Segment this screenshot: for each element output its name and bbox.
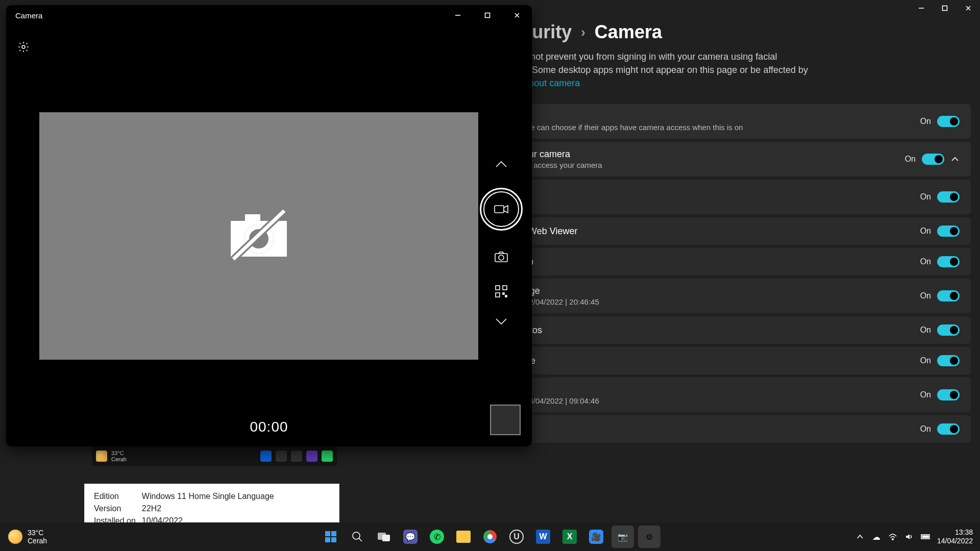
app-toggle-state: On	[920, 291, 931, 300]
taskbar-app-whatsapp[interactable]: ✆	[426, 525, 448, 548]
taskbar-preview-thumb: 33°CCerah	[92, 446, 337, 466]
settings-close-button[interactable]	[957, 0, 980, 16]
mode-up-button[interactable]	[495, 160, 508, 170]
svg-rect-32	[922, 536, 929, 538]
camera-access-toggle[interactable]	[937, 116, 960, 127]
app-toggle[interactable]	[937, 324, 960, 336]
app-name: Skype	[474, 424, 909, 435]
camera-close-button[interactable]	[502, 5, 532, 26]
taskbar-app-chrome[interactable]	[479, 525, 501, 548]
app-name: Settings	[474, 385, 909, 395]
taskbar-app-excel[interactable]: X	[558, 525, 581, 548]
app-toggle[interactable]	[937, 355, 960, 366]
camera-app-title: Camera	[6, 11, 443, 20]
clock-time: 13:38	[937, 528, 973, 537]
svg-rect-9	[245, 214, 260, 221]
start-button[interactable]	[320, 525, 342, 548]
app-subtitle: Last accessed 02/04/2022 | 20:46:45	[474, 297, 909, 306]
svg-rect-28	[382, 535, 390, 541]
taskbar-app-zoom[interactable]: 🎥	[585, 525, 607, 548]
camera-settings-button[interactable]	[17, 41, 30, 55]
taskbar-app-unreal[interactable]: U	[505, 525, 528, 548]
battery-icon[interactable]	[921, 532, 930, 541]
let-apps-toggle[interactable]	[922, 154, 944, 165]
taskbar-weather[interactable]: 33°C Cerah	[0, 529, 122, 545]
settings-maximize-button[interactable]	[933, 0, 957, 16]
taskbar-app-explorer[interactable]	[452, 525, 475, 548]
volume-icon[interactable]	[904, 532, 914, 541]
svg-point-16	[499, 255, 504, 260]
taskbar-app-teams[interactable]: 💬	[399, 525, 422, 548]
onedrive-icon[interactable]: ☁	[872, 532, 881, 541]
app-toggle[interactable]	[937, 389, 960, 400]
taskbar-pinned-apps: 💬 ✆ U W X 🎥 📷 ⚙	[320, 525, 660, 548]
svg-rect-24	[325, 537, 330, 542]
weather-temp: 33°C	[28, 529, 47, 537]
svg-rect-18	[503, 286, 507, 290]
app-name: Camera	[474, 187, 909, 197]
app-subtitle: Currently in use	[474, 198, 909, 207]
svg-rect-19	[496, 293, 500, 297]
app-toggle[interactable]	[937, 191, 960, 203]
camera-access-state: On	[920, 117, 931, 126]
capture-button[interactable]	[480, 188, 523, 231]
app-toggle-state: On	[920, 356, 931, 365]
app-name: Feedback Hub	[474, 257, 909, 267]
svg-rect-20	[503, 293, 504, 294]
weather-icon	[8, 530, 22, 544]
taskbar-app-camera[interactable]: 📷	[611, 525, 634, 548]
app-name: Lenovo Vantage	[474, 286, 909, 296]
app-toggle-state: On	[920, 424, 931, 434]
svg-rect-25	[331, 537, 336, 542]
app-name: Microsoft Store	[474, 356, 909, 366]
app-toggle-state: On	[920, 227, 931, 236]
svg-rect-14	[495, 206, 504, 213]
gallery-thumbnail[interactable]	[490, 405, 521, 435]
let-apps-state: On	[905, 155, 916, 164]
camera-maximize-button[interactable]	[473, 5, 502, 26]
weather-condition: Cerah	[28, 537, 47, 545]
svg-point-29	[892, 539, 894, 540]
app-name: Microsoft Photos	[474, 325, 909, 336]
sysinfo-version-label: Version	[94, 503, 142, 515]
app-subtitle: Last accessed 14/04/2022 | 09:04:46	[474, 396, 909, 405]
record-timer: 00:00	[6, 419, 532, 435]
svg-rect-21	[505, 295, 507, 297]
chevron-up-icon	[950, 155, 960, 164]
taskbar-app-word[interactable]: W	[532, 525, 554, 548]
camera-minimize-button[interactable]	[443, 5, 473, 26]
svg-rect-0	[943, 6, 947, 11]
svg-rect-22	[325, 531, 330, 536]
svg-rect-6	[485, 13, 490, 18]
breadcrumb-leaf: Camera	[595, 21, 662, 43]
app-toggle[interactable]	[937, 226, 960, 237]
wifi-icon[interactable]	[888, 532, 897, 541]
video-icon	[494, 204, 509, 215]
app-toggle[interactable]	[937, 290, 960, 302]
app-toggle-state: On	[920, 192, 931, 202]
taskbar-clock[interactable]: 13:38 14/04/2022	[937, 528, 973, 545]
app-name: Desktop App Web Viewer	[474, 226, 909, 237]
mode-down-button[interactable]	[495, 317, 508, 328]
tray-overflow-button[interactable]	[855, 532, 865, 541]
app-toggle-state: On	[920, 257, 931, 266]
svg-rect-17	[496, 286, 500, 290]
taskbar-app-settings[interactable]: ⚙	[638, 525, 660, 548]
camera-unavailable-icon	[226, 208, 292, 264]
app-toggle[interactable]	[937, 256, 960, 267]
taskbar: 33°C Cerah 💬 ✆ U W X 🎥 📷 ⚙ ☁ 13:38 14/	[0, 522, 980, 551]
clock-date: 14/04/2022	[937, 537, 973, 545]
settings-minimize-button[interactable]	[910, 0, 933, 16]
sysinfo-edition-value: Windows 11 Home Single Language	[142, 490, 280, 503]
qr-mode-button[interactable]	[493, 283, 510, 300]
app-toggle-state: On	[920, 325, 931, 335]
taskbar-taskview-button[interactable]	[373, 525, 395, 548]
photo-mode-button[interactable]	[493, 248, 510, 265]
camera-app-window: Camera	[6, 5, 532, 446]
sysinfo-version-value: 22H2	[142, 503, 280, 515]
app-toggle[interactable]	[937, 423, 960, 435]
taskbar-search-button[interactable]	[346, 525, 369, 548]
app-toggle-state: On	[920, 390, 931, 399]
camera-viewfinder	[39, 112, 478, 360]
svg-point-7	[22, 45, 25, 48]
